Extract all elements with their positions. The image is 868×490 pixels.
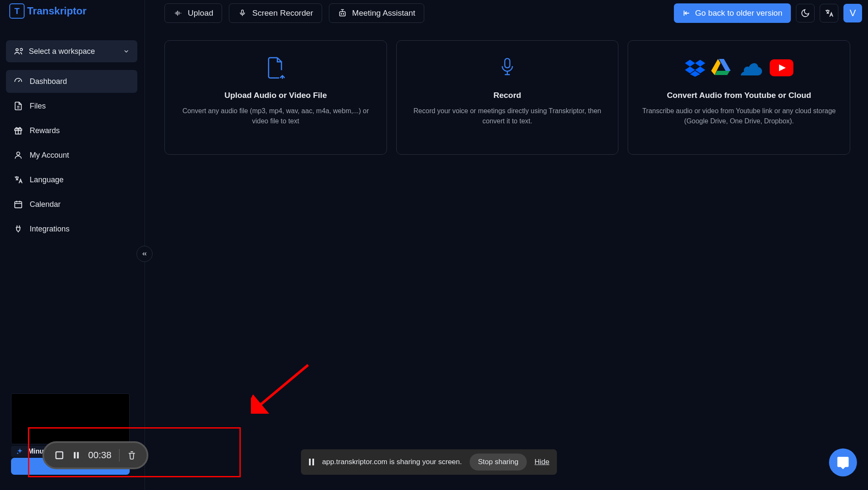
svg-rect-15 (309, 459, 311, 465)
microphone-icon (238, 8, 247, 18)
card-title: Convert Audio from Youtube or Cloud (667, 91, 811, 100)
upload-file-card[interactable]: Upload Audio or Video File Convert any a… (164, 40, 387, 155)
gauge-icon (14, 77, 23, 86)
logo-icon: T (9, 3, 25, 19)
svg-line-14 (257, 365, 308, 407)
card-title: Upload Audio or Video File (224, 91, 327, 100)
divider (119, 449, 120, 462)
logo-text: Transkriptor (27, 5, 86, 17)
dropbox-icon (685, 59, 705, 77)
sidebar-item-language[interactable]: Language (6, 168, 137, 191)
bot-icon (338, 8, 347, 18)
theme-toggle-button[interactable] (796, 4, 815, 22)
chevron-down-icon (123, 48, 130, 55)
svg-point-2 (341, 14, 342, 14)
sidebar-item-dashboard[interactable]: Dashboard (6, 70, 137, 93)
svg-rect-9 (505, 58, 510, 68)
meeting-assistant-button[interactable]: Meeting Assistant (329, 3, 424, 23)
sidebar-item-integrations[interactable]: Integrations (6, 217, 137, 240)
recording-controls: 00:38 (42, 441, 148, 469)
screen-sharing-bar: app.transkriptor.com is sharing your scr… (301, 449, 557, 475)
sidebar-item-files[interactable]: Files (6, 95, 137, 117)
svg-rect-1 (339, 12, 345, 16)
svg-point-3 (343, 14, 344, 14)
card-title: Record (493, 91, 521, 100)
card-desc: Convert any audio file (mp3, mp4, wav, a… (177, 106, 375, 126)
svg-rect-16 (312, 459, 314, 465)
arrow-left-bar-icon (682, 9, 691, 17)
stop-sharing-button[interactable]: Stop sharing (470, 454, 527, 471)
onedrive-icon (739, 60, 764, 76)
file-icon (14, 101, 23, 111)
chat-icon (836, 456, 850, 469)
avatar[interactable]: V (843, 4, 862, 22)
annotation-arrow (251, 363, 310, 414)
plug-icon (14, 224, 23, 234)
recording-time: 00:38 (88, 450, 111, 461)
record-card[interactable]: Record Record your voice or meetings dir… (396, 40, 619, 155)
file-upload-icon (266, 57, 285, 79)
collapse-sidebar-button[interactable] (136, 246, 153, 262)
delete-recording-button[interactable] (127, 450, 136, 460)
chat-button[interactable] (829, 448, 857, 476)
card-desc: Transcribe audio or video from Youtube l… (640, 106, 838, 126)
go-back-button[interactable]: Go back to older version (674, 3, 791, 23)
screen-preview (11, 393, 130, 444)
svg-rect-11 (56, 452, 63, 459)
google-drive-icon (711, 58, 733, 78)
user-icon (14, 150, 23, 160)
svg-rect-8 (15, 202, 22, 208)
youtube-icon (770, 59, 793, 76)
hide-link[interactable]: Hide (534, 458, 549, 466)
pause-icon (309, 458, 314, 466)
sidebar-divider (145, 0, 145, 490)
cloud-service-icons (685, 58, 793, 78)
pause-recording-button[interactable] (72, 450, 81, 460)
convert-cloud-card[interactable]: Convert Audio from Youtube or Cloud Tran… (628, 40, 850, 155)
sidebar-item-rewards[interactable]: Rewards (6, 119, 137, 142)
upload-button[interactable]: Upload (164, 3, 222, 23)
translate-icon (824, 8, 834, 18)
calendar-icon (14, 200, 23, 209)
svg-point-4 (16, 49, 19, 51)
svg-rect-12 (74, 452, 75, 459)
language-button[interactable] (820, 4, 838, 22)
moon-icon (801, 8, 810, 18)
sidebar-item-my-account[interactable]: My Account (6, 144, 137, 167)
stop-recording-button[interactable] (54, 450, 64, 460)
card-desc: Record your voice or meetings directly u… (409, 106, 606, 126)
sidebar-item-calendar[interactable]: Calendar (6, 193, 137, 216)
translate-icon (14, 175, 23, 184)
svg-rect-0 (242, 10, 244, 14)
svg-rect-13 (77, 452, 79, 459)
chevron-double-left-icon (141, 251, 148, 257)
logo[interactable]: T Transkriptor (9, 3, 86, 19)
users-icon (14, 47, 23, 56)
sparkle-icon (16, 448, 24, 455)
sharing-text: app.transkriptor.com is sharing your scr… (322, 458, 462, 466)
screen-recorder-button[interactable]: Screen Recorder (229, 3, 322, 23)
svg-point-7 (17, 152, 19, 155)
workspace-selector[interactable]: Select a workspace (6, 40, 137, 62)
microphone-icon (499, 57, 516, 79)
gift-icon (14, 126, 23, 135)
upload-waveform-icon (173, 8, 183, 18)
